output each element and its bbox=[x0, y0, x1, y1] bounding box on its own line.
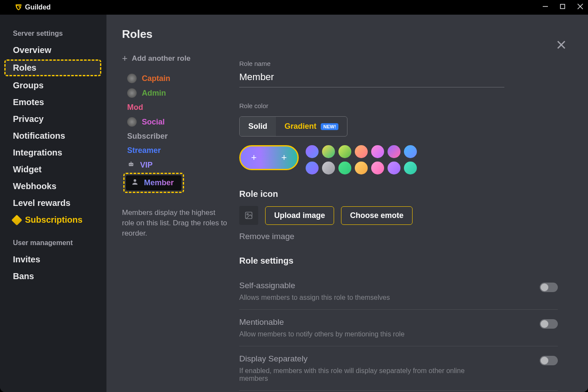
gradient-start-plus-icon[interactable]: + bbox=[247, 151, 260, 164]
role-avatar-icon bbox=[127, 74, 137, 83]
role-name-label: Captain bbox=[142, 74, 170, 83]
role-name-label: Admin bbox=[142, 89, 166, 98]
close-panel-button[interactable] bbox=[555, 39, 567, 53]
sidebar-item-label: Privacy bbox=[13, 114, 44, 124]
setting-mentionable: MentionableAllow members to notify other… bbox=[239, 310, 558, 346]
role-icon-heading: Role icon bbox=[239, 189, 558, 199]
sidebar-item-invites[interactable]: Invites bbox=[0, 251, 106, 268]
role-item-subscriber[interactable]: Subscriber bbox=[122, 129, 236, 143]
gradient-swatch[interactable] bbox=[371, 145, 384, 158]
gradient-swatch[interactable] bbox=[388, 145, 400, 158]
new-badge: NEW! bbox=[321, 123, 338, 130]
toggle-switch[interactable] bbox=[540, 356, 558, 365]
gradient-swatch[interactable] bbox=[306, 162, 319, 174]
sidebar-item-integrations[interactable]: Integrations bbox=[0, 144, 106, 161]
sidebar-item-label: Overview bbox=[13, 45, 51, 55]
role-name-label: Mod bbox=[127, 103, 143, 112]
setting-title: Mentionable bbox=[239, 317, 404, 327]
gradient-swatch[interactable] bbox=[306, 145, 319, 158]
setting-display-separately: Display SeparatelyIf enabled, members wi… bbox=[239, 346, 558, 391]
setting-title: Self-assignable bbox=[239, 281, 390, 290]
gradient-swatch[interactable] bbox=[404, 145, 417, 158]
role-color-label: Role color bbox=[239, 102, 558, 109]
plus-icon: + bbox=[122, 53, 128, 64]
gradient-swatch[interactable] bbox=[322, 145, 335, 158]
svg-rect-4 bbox=[129, 163, 134, 166]
role-item-admin[interactable]: Admin bbox=[122, 86, 236, 100]
sidebar-item-roles[interactable]: Roles bbox=[4, 59, 101, 76]
role-icon-preview bbox=[239, 206, 258, 225]
brand: Guilded bbox=[15, 3, 51, 11]
role-name-input[interactable] bbox=[239, 70, 504, 87]
toggle-switch[interactable] bbox=[540, 283, 558, 292]
svg-point-10 bbox=[247, 214, 248, 215]
role-item-mod[interactable]: Mod bbox=[122, 100, 236, 115]
sidebar-item-label: Subscriptions bbox=[25, 215, 82, 225]
sidebar-item-groups[interactable]: Groups bbox=[0, 77, 106, 94]
gradient-swatch[interactable] bbox=[371, 162, 384, 174]
roles-hint: Members display the highest role on this… bbox=[122, 208, 236, 238]
sidebar-item-label: Notifications bbox=[13, 131, 65, 141]
sidebar-item-bans[interactable]: Bans bbox=[0, 268, 106, 285]
upload-image-button[interactable]: Upload image bbox=[265, 206, 334, 225]
role-item-streamer[interactable]: Streamer bbox=[122, 143, 236, 158]
gradient-swatches bbox=[306, 145, 417, 174]
choose-emote-button[interactable]: Choose emote bbox=[341, 206, 413, 225]
setting-description: If enabled, members with this role will … bbox=[239, 367, 481, 383]
sidebar-item-emotes[interactable]: Emotes bbox=[0, 94, 106, 111]
role-editor-panel: Role name Role color Solid Gradient NEW!… bbox=[236, 15, 588, 392]
sidebar-section-title: User management bbox=[0, 228, 106, 251]
role-item-member[interactable]: Member bbox=[126, 175, 181, 190]
roles-column: Roles + Add another role CaptainAdminMod… bbox=[106, 15, 236, 392]
gradient-swatch[interactable] bbox=[388, 162, 400, 174]
sidebar-item-label: Integrations bbox=[13, 148, 62, 158]
guilded-logo-icon bbox=[15, 3, 22, 11]
gradient-swatch[interactable] bbox=[404, 162, 417, 174]
sidebar-item-webhooks[interactable]: Webhooks bbox=[0, 178, 106, 195]
window-close-icon[interactable] bbox=[577, 3, 584, 12]
sidebar-item-subscriptions[interactable]: Subscriptions bbox=[0, 212, 106, 228]
role-item-captain[interactable]: Captain bbox=[122, 71, 236, 86]
gradient-swatch[interactable] bbox=[322, 162, 335, 174]
sidebar-item-notifications[interactable]: Notifications bbox=[0, 128, 106, 144]
sidebar-item-label: Widget bbox=[13, 165, 41, 174]
sidebar-item-label: Invites bbox=[13, 255, 40, 264]
role-avatar-icon bbox=[127, 117, 137, 127]
brand-text: Guilded bbox=[25, 3, 51, 11]
role-settings-heading: Role settings bbox=[239, 256, 558, 266]
sidebar-item-overview[interactable]: Overview bbox=[0, 42, 106, 59]
role-name-label: Streamer bbox=[127, 146, 161, 155]
svg-point-5 bbox=[130, 164, 131, 165]
role-item-social[interactable]: Social bbox=[122, 115, 236, 129]
role-item-vip[interactable]: VIP bbox=[122, 158, 236, 173]
sidebar-item-privacy[interactable]: Privacy bbox=[0, 111, 106, 128]
gradient-swatch[interactable] bbox=[338, 162, 351, 174]
sidebar-item-label: Groups bbox=[13, 81, 44, 90]
setting-description: Allows members to assign this role to th… bbox=[239, 294, 390, 302]
gradient-end-plus-icon[interactable]: + bbox=[278, 151, 291, 164]
role-name-label: VIP bbox=[140, 161, 153, 170]
gradient-swatch[interactable] bbox=[338, 145, 351, 158]
person-icon bbox=[131, 178, 139, 188]
role-avatar-icon bbox=[127, 88, 137, 98]
role-name-label: Subscriber bbox=[127, 132, 168, 141]
remove-image-link[interactable]: Remove image bbox=[239, 232, 558, 241]
minimize-icon[interactable] bbox=[542, 3, 548, 11]
gradient-swatch[interactable] bbox=[355, 162, 368, 174]
title-bar: Guilded bbox=[0, 0, 588, 15]
maximize-icon[interactable] bbox=[560, 3, 566, 11]
seg-solid-button[interactable]: Solid bbox=[240, 117, 276, 136]
sidebar-item-widget[interactable]: Widget bbox=[0, 161, 106, 178]
gradient-swatch[interactable] bbox=[355, 145, 368, 158]
role-name-label: Member bbox=[144, 178, 174, 187]
toggle-switch[interactable] bbox=[540, 319, 558, 329]
setting-description: Allow members to notify others by mentio… bbox=[239, 330, 404, 338]
add-role-button[interactable]: + Add another role bbox=[122, 53, 236, 64]
close-icon bbox=[555, 39, 567, 51]
sidebar-item-level-rewards[interactable]: Level rewards bbox=[0, 195, 106, 212]
sidebar-section-title: Server settings bbox=[0, 19, 106, 42]
setting-title: Display Separately bbox=[239, 354, 481, 364]
svg-rect-1 bbox=[560, 4, 565, 9]
custom-gradient-pill[interactable]: + + bbox=[239, 145, 299, 170]
seg-gradient-button[interactable]: Gradient NEW! bbox=[276, 117, 347, 136]
